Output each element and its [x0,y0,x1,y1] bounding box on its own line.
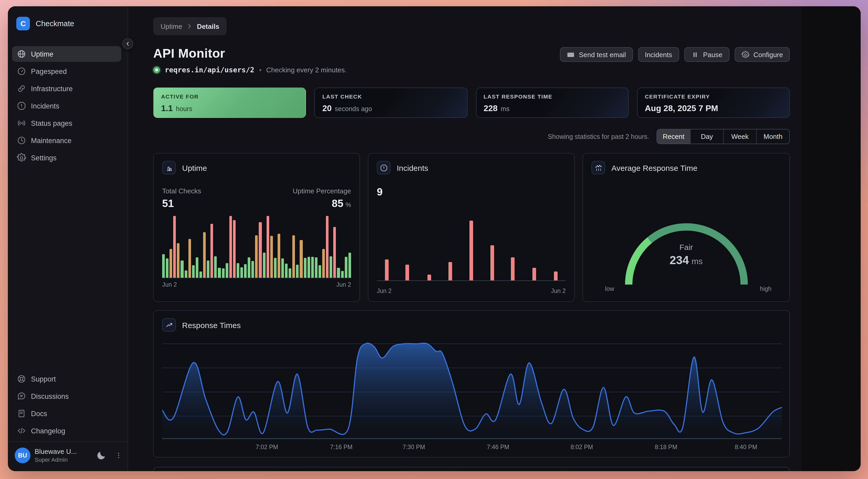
mail-icon [567,50,575,59]
user-name: Bluewave U... [35,448,92,455]
uptime-percentage-unit: % [346,201,351,209]
tab-month[interactable]: Month [756,130,789,144]
incidents-count: 9 [377,186,566,198]
uptime-bar [344,257,347,278]
uptime-axis-labels: Jun 2 Jun 2 [162,281,351,288]
gauge-value-row: 234ms [583,254,789,267]
pause-button[interactable]: Pause [684,47,730,62]
uptime-bar [304,258,306,278]
stat-value: 20 [322,104,332,113]
code-icon [17,426,26,436]
sidebar-item-maintenance[interactable]: Maintenance [12,133,121,148]
incidents-axis-end: Jun 2 [551,288,566,294]
uptime-percentage-value: 85% [292,198,351,210]
sidebar-footer-item-discussions[interactable]: Discussions [12,388,121,404]
sidebar-item-incidents[interactable]: Incidents [12,98,121,114]
incident-bar [406,265,409,280]
stat-label: ACTIVE FOR [161,93,298,100]
incident-bar [554,271,557,280]
response-times-chart[interactable] [162,339,782,441]
stats-row: ACTIVE FOR1.1hoursLAST CHECK20seconds ag… [153,88,790,118]
incident-bar [490,245,494,280]
user-menu-kebab-icon[interactable] [115,449,122,461]
monitor-url: reqres.in/api/users/2 [165,66,254,74]
send-test-email-button[interactable]: Send test email [560,47,632,62]
uptime-bar [281,259,284,278]
uptime-bar [222,268,224,278]
uptime-metrics: Total Checks 51 Uptime Percentage 85% [162,187,351,210]
bar-chart-icon [162,161,176,174]
uptime-bar [259,222,261,278]
user-text: Bluewave U... Super Admin [35,448,92,463]
avatar: BU [15,447,30,463]
incident-bar [428,275,431,280]
sidebar-footer-item-docs[interactable]: Docs [12,406,121,421]
user-row[interactable]: BU Bluewave U... Super Admin [8,442,127,471]
sidebar-item-infrastructure[interactable]: Infrastructure [12,81,121,96]
uptime-bar [211,224,213,278]
breadcrumb: Uptime Details [153,17,227,35]
broadcast-icon [17,118,26,128]
uptime-bar [322,249,325,278]
sidebar-item-status-pages[interactable]: Status pages [12,115,121,131]
sidebar-item-settings[interactable]: Settings [12,150,121,166]
sidebar-item-uptime[interactable]: Uptime [12,46,121,62]
stat-unit: ms [501,105,509,113]
clock-icon [17,136,26,145]
uptime-bar [296,265,299,278]
incidents-card: Incidents 9 Jun 2 Jun 2 [368,153,575,302]
uptime-bar [237,263,239,278]
uptime-bar [326,216,329,278]
status-pulse-dot [153,66,160,73]
stat-value: 1.1 [161,104,173,113]
avg-response-card-title: Average Response Time [611,163,698,172]
uptime-bar [169,249,172,278]
monitor-status-row: reqres.in/api/users/2 • Checking every 2… [153,66,347,74]
range-tab-group: RecentDayWeekMonth [656,129,790,144]
sidebar-item-label: Status pages [31,119,72,127]
incidents-bar-chart[interactable] [377,217,566,281]
uptime-card-header: Uptime [162,161,351,174]
charts-row: Uptime Total Checks 51 Uptime Percentage… [153,153,790,302]
sidebar-footer-item-support[interactable]: Support [12,371,121,387]
uptime-bar [207,261,209,278]
uptime-bar [166,259,168,278]
tab-week[interactable]: Week [723,130,756,144]
lifebuoy-icon [17,374,26,384]
breadcrumb-parent[interactable]: Uptime [161,22,182,30]
configure-button[interactable]: Configure [735,47,790,62]
uptime-bar [233,220,236,278]
gauge-text: Fair 234ms [583,243,789,267]
incident-bar [532,268,536,280]
chat-icon [17,391,26,401]
stat-unit: hours [176,105,193,113]
uptime-axis-end: Jun 2 [336,281,351,288]
theme-toggle-moon-icon[interactable] [96,450,106,460]
gauge-unit: ms [691,257,703,266]
stage: C Checkmate UptimePagespeedInfrastructur… [0,0,868,479]
sidebar-item-pagespeed[interactable]: Pagespeed [12,63,121,79]
uptime-bar [162,254,165,278]
gauge-status: Fair [583,243,789,251]
stat-label: CERTIFICATE EXPIRY [645,93,782,100]
tabs-row: Showing statistics for past 2 hours. Rec… [153,129,790,144]
uptime-bar [341,271,343,278]
header-row: API Monitor reqres.in/api/users/2 • Chec… [153,46,790,74]
tab-day[interactable]: Day [690,130,723,144]
uptime-bar-chart[interactable] [162,215,351,278]
sidebar-footer-nav: SupportDiscussionsDocsChangelog [8,371,127,439]
uptime-bar [311,257,314,278]
sidebar-collapse-button[interactable] [122,38,133,49]
uptime-bar [181,261,183,278]
uptime-bar [188,239,191,278]
incidents-button[interactable]: Incidents [638,47,679,62]
page-title: API Monitor [153,46,347,61]
sidebar-footer-item-changelog[interactable]: Changelog [12,423,121,439]
uptime-bar [199,271,202,278]
avg-response-card: Average Response Time Fair 234ms low hig… [583,153,790,302]
response-times-header: Response Times [162,318,781,332]
stat-value: Aug 28, 2025 7 PM [645,104,718,113]
uptime-bar [184,270,187,278]
tab-recent[interactable]: Recent [657,130,690,144]
uptime-percentage-label: Uptime Percentage [292,187,351,195]
